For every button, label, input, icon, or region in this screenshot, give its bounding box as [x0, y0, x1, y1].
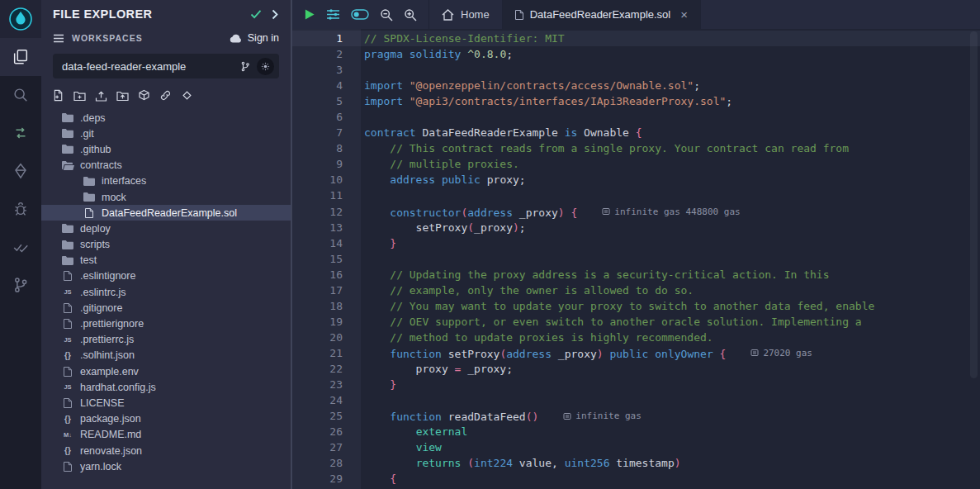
- folder-icon: [61, 224, 74, 233]
- workspace-options-button[interactable]: [257, 58, 274, 75]
- code-line[interactable]: 24: [292, 392, 980, 408]
- tree-file-row[interactable]: LICENSE: [41, 395, 291, 411]
- remix-logo[interactable]: [0, 0, 41, 38]
- tree-folder-row[interactable]: mock: [41, 189, 291, 205]
- line-content: setProxy(_proxy);: [361, 220, 526, 235]
- code-line[interactable]: 26 external: [292, 424, 980, 439]
- sidebar-item-unit-testing[interactable]: [0, 228, 41, 266]
- tree-item-label: package.json: [80, 413, 141, 425]
- new-file-icon[interactable]: [53, 89, 64, 102]
- code-line[interactable]: 23 }: [292, 377, 980, 392]
- gas-estimate-text: infinite gas: [575, 408, 641, 424]
- tree-file-row[interactable]: DataFeedReaderExample.sol: [41, 205, 291, 221]
- tree-item-label: README.md: [80, 429, 141, 440]
- check-icon[interactable]: [250, 9, 262, 19]
- new-folder-icon[interactable]: [73, 90, 86, 102]
- code-line[interactable]: 27 view: [292, 439, 980, 455]
- zoom-out-button[interactable]: [380, 8, 393, 21]
- tree-file-row[interactable]: M↓README.md: [41, 427, 291, 443]
- tab-label: Home: [461, 8, 490, 21]
- code-line[interactable]: 15: [292, 251, 980, 267]
- sidebar-item-debugger[interactable]: [0, 190, 41, 228]
- tree-item-label: .gitignore: [80, 302, 122, 314]
- tree-file-row[interactable]: example.env: [41, 363, 291, 379]
- code-line[interactable]: 20 // method to update proxies is highly…: [292, 330, 980, 345]
- code-line[interactable]: 1// SPDX-License-Identifier: MIT: [292, 31, 980, 46]
- code-line[interactable]: 7contract DataFeedReaderExample is Ownab…: [292, 125, 980, 140]
- sidebar-item-solidity-compiler[interactable]: [0, 114, 41, 152]
- code-line[interactable]: 11: [292, 188, 980, 203]
- upload-folder-icon[interactable]: [116, 90, 129, 102]
- tree-file-row[interactable]: .prettierignore: [41, 316, 291, 331]
- workspace-select[interactable]: data-feed-reader-example: [53, 54, 279, 78]
- code-line[interactable]: 3: [292, 62, 980, 78]
- zoom-in-button[interactable]: [404, 8, 417, 21]
- code-line[interactable]: 17 // example, only the owner is allowed…: [292, 282, 980, 298]
- tree-file-row[interactable]: {}.solhint.json: [41, 348, 291, 363]
- upload-file-icon[interactable]: [95, 90, 107, 102]
- code-line[interactable]: 6: [292, 109, 980, 125]
- code-line[interactable]: 9 // multiple proxies.: [292, 156, 980, 172]
- line-number: 22: [292, 361, 361, 377]
- code-line[interactable]: 18 // You may want to update your proxy …: [292, 298, 980, 314]
- tree-folder-row[interactable]: contracts: [41, 158, 291, 173]
- code-line[interactable]: 4import "@openzeppelin/contracts/access/…: [292, 78, 980, 93]
- editor-scrollbar-thumb[interactable]: [970, 31, 978, 378]
- tree-file-row[interactable]: {}package.json: [41, 411, 291, 427]
- code-line[interactable]: 5import "@api3/contracts/interfaces/IApi…: [292, 93, 980, 109]
- tree-folder-row[interactable]: interfaces: [41, 173, 291, 189]
- tree-folder-row[interactable]: deploy: [41, 221, 291, 236]
- code-line[interactable]: 25 function readDataFeed()infinite gas: [292, 408, 980, 424]
- tree-file-row[interactable]: .eslintignore: [41, 268, 291, 284]
- code-line[interactable]: 2pragma solidity ^0.8.0;: [292, 46, 980, 62]
- code-line[interactable]: 22 proxy = _proxy;: [292, 361, 980, 377]
- sidebar-item-deploy-and-run[interactable]: [0, 152, 41, 190]
- code-line[interactable]: 16 // Updating the proxy address is a se…: [292, 267, 980, 282]
- tree-file-row[interactable]: JS.prettierrc.js: [41, 332, 291, 348]
- tree-folder-row[interactable]: .github: [41, 141, 291, 157]
- import-ipfs-cube-icon[interactable]: [138, 89, 150, 102]
- tree-folder-row[interactable]: test: [41, 253, 291, 268]
- code-line[interactable]: 13 setProxy(_proxy);: [292, 220, 980, 235]
- run-script-button[interactable]: [304, 8, 315, 21]
- hamburger-icon[interactable]: [53, 34, 64, 43]
- tree-file-row[interactable]: yarn.lock: [41, 458, 291, 474]
- sidebar-item-search[interactable]: [0, 76, 41, 114]
- git-branch-icon[interactable]: [240, 61, 250, 72]
- sidebar-item-git[interactable]: [0, 266, 41, 304]
- tree-item-label: deploy: [80, 223, 111, 235]
- tree-folder-row[interactable]: scripts: [41, 237, 291, 253]
- code-line[interactable]: 8 // This contract reads from a single p…: [292, 140, 980, 156]
- tab-datafeedreaderexample-sol[interactable]: DataFeedReaderExample.sol ×: [503, 0, 701, 29]
- tree-file-row[interactable]: JS.eslintrc.js: [41, 284, 291, 300]
- tree-file-row[interactable]: JShardhat.config.js: [41, 379, 291, 395]
- tree-folder-row[interactable]: .git: [41, 126, 291, 141]
- code-line[interactable]: 19 // OEV support, or even switch to ano…: [292, 314, 980, 330]
- sign-in-button[interactable]: Sign in: [230, 32, 279, 44]
- code-line[interactable]: 10 address public proxy;: [292, 172, 980, 188]
- workspaces-label: WORKSPACES: [72, 33, 222, 43]
- code-line[interactable]: 29 {: [292, 471, 980, 487]
- toggle-widgets-icon[interactable]: [351, 9, 369, 20]
- tree-folder-row[interactable]: .deps: [41, 110, 291, 126]
- sidebar-item-file-explorer[interactable]: [0, 38, 41, 76]
- chevron-right-icon[interactable]: [272, 9, 279, 20]
- script-config-icon[interactable]: [326, 8, 340, 21]
- publish-diamond-icon[interactable]: [181, 89, 193, 102]
- tree-item-label: .github: [80, 144, 111, 155]
- file-actions-toolbar: [41, 82, 291, 107]
- code-line[interactable]: 28 returns (int224 value, uint256 timest…: [292, 455, 980, 471]
- gas-estimate-icon: [602, 207, 610, 216]
- line-number: 15: [292, 251, 361, 267]
- line-number: 29: [292, 471, 361, 487]
- file-icon: [61, 367, 74, 377]
- tree-file-row[interactable]: {}renovate.json: [41, 443, 291, 458]
- tab-home[interactable]: Home: [428, 0, 503, 29]
- code-line[interactable]: 21 function setProxy(address _proxy) pub…: [292, 345, 980, 361]
- code-editor[interactable]: 1// SPDX-License-Identifier: MIT2pragma …: [292, 29, 980, 489]
- tree-file-row[interactable]: .gitignore: [41, 300, 291, 316]
- tab-close-icon[interactable]: ×: [680, 8, 688, 21]
- code-line[interactable]: 14 }: [292, 235, 980, 251]
- import-url-link-icon[interactable]: [159, 89, 172, 102]
- code-line[interactable]: 12 constructor(address _proxy) {infinite…: [292, 204, 980, 220]
